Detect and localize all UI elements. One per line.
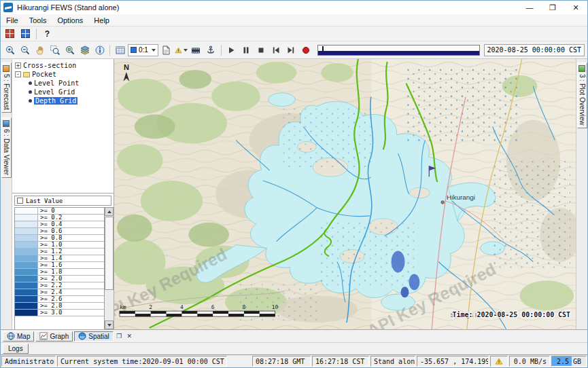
chevron-down-icon	[184, 49, 188, 52]
tree-label: Level Point	[34, 79, 79, 87]
logs-row: Logs	[1, 342, 587, 354]
warnings-dropdown-button[interactable]	[174, 43, 188, 56]
help-button[interactable]: ?	[40, 27, 54, 40]
toolbar-separator	[36, 29, 37, 39]
tree-item-cross-section[interactable]: + Cross-section	[12, 61, 114, 70]
red-grid-button[interactable]	[3, 27, 17, 40]
zoom-in-button[interactable]	[3, 43, 17, 56]
tree-item-level-grid[interactable]: Level Grid	[12, 88, 114, 96]
grid-display-button[interactable]	[113, 43, 127, 56]
legend-value: >= 2.4	[38, 289, 63, 295]
title-bar: Hikurangi FEWS (Stand alone) — ❐ ✕	[1, 1, 587, 14]
tab-map[interactable]: Map	[3, 331, 34, 342]
grid-display-icon	[115, 45, 126, 56]
timeseries-icon	[160, 45, 171, 56]
status-warning	[490, 356, 508, 367]
status-gmt-time: 08:27:18 GMT	[252, 356, 311, 367]
scroll-down-button[interactable]	[105, 320, 114, 329]
chevron-down-icon	[152, 49, 156, 52]
layers-button[interactable]	[77, 43, 92, 56]
legend-value: >= 1.8	[38, 269, 63, 275]
timeline-slider[interactable]	[317, 45, 480, 56]
node-bullet-icon	[29, 99, 32, 103]
info-button[interactable]	[92, 43, 107, 56]
step-back-button[interactable]	[269, 43, 283, 56]
legend-value: >= 2.2	[38, 282, 63, 289]
tab-spatial[interactable]: Spatial	[74, 331, 114, 342]
legend-swatch	[15, 262, 38, 268]
map-graphic: Hikurangi Springs Flat API Key Required …	[114, 59, 576, 329]
scale-tick: 4	[180, 304, 184, 310]
play-button[interactable]	[224, 43, 239, 56]
zoom-region-button[interactable]	[48, 43, 62, 56]
legend-value: >= 1.2	[38, 249, 63, 255]
blue-grid-button[interactable]	[18, 27, 33, 40]
pause-button[interactable]	[239, 43, 254, 56]
tree-item-level-point[interactable]: Level Point	[12, 79, 114, 88]
legend-swatch	[15, 276, 38, 282]
tab-graph[interactable]: Graph	[35, 331, 73, 342]
map-canvas[interactable]: Hikurangi Springs Flat API Key Required …	[114, 59, 576, 329]
stop-button[interactable]	[254, 43, 269, 56]
menu-tools[interactable]: Tools	[24, 14, 52, 26]
menu-options[interactable]: Options	[52, 14, 88, 26]
menu-bar: File Tools Options Help	[1, 14, 587, 26]
warning-icon	[495, 357, 503, 365]
tree-item-pocket[interactable]: - Pocket	[12, 70, 114, 79]
scroll-up-button[interactable]	[105, 207, 114, 216]
menu-file[interactable]: File	[1, 14, 24, 26]
toolbar-separator	[109, 45, 110, 56]
zoom-extent-button[interactable]	[63, 43, 77, 56]
record-button[interactable]	[299, 43, 313, 56]
triangle-up-icon	[107, 210, 111, 213]
pause-icon	[241, 45, 252, 56]
play-icon	[226, 45, 237, 56]
zoom-in-icon	[5, 45, 16, 56]
layer-select-dropdown[interactable]: 0:1	[128, 44, 158, 56]
menu-help[interactable]: Help	[88, 14, 115, 26]
step-back-icon	[271, 45, 281, 56]
scroll-thumb[interactable]	[105, 217, 114, 290]
close-button[interactable]: ✕	[564, 1, 587, 14]
layer-tree: + Cross-section - Pocket Level Point Lev…	[12, 59, 114, 194]
town-dot-icon	[441, 201, 444, 204]
animation-button[interactable]	[189, 43, 203, 56]
scroll-track[interactable]	[105, 216, 114, 320]
panel-restore-button[interactable]: ❐	[115, 332, 124, 341]
zoom-out-button[interactable]	[18, 43, 32, 56]
legend-swatch	[15, 235, 38, 241]
step-forward-button[interactable]	[284, 43, 298, 56]
window-title: Hikurangi FEWS (Stand alone)	[17, 3, 119, 12]
panel-close-button[interactable]: ✕	[125, 332, 134, 341]
tab-plot-overview[interactable]: 3 : Plot Overview	[577, 62, 587, 128]
maximize-button[interactable]: ❐	[541, 1, 564, 14]
pan-button[interactable]	[33, 43, 47, 56]
last-value-checkbox[interactable]	[17, 198, 23, 204]
collapse-icon[interactable]: -	[15, 71, 21, 77]
legend-swatch	[15, 228, 38, 234]
status-user: Administrator	[1, 356, 56, 367]
step-forward-icon	[286, 45, 296, 56]
legend-swatch	[15, 282, 38, 289]
tab-forecast[interactable]: 5 : Forecast	[1, 62, 12, 113]
profile-tool-button[interactable]	[204, 43, 218, 56]
status-local-time: 16:27:18 CST	[312, 356, 369, 367]
node-bullet-icon	[29, 81, 32, 85]
spatial-icon	[78, 332, 86, 340]
scale-tick: 8	[242, 304, 245, 310]
minimize-button[interactable]: —	[518, 1, 541, 14]
legend-scrollbar[interactable]	[104, 207, 114, 329]
layer-select-value: 0:1	[139, 46, 148, 54]
legend-value: >= 1.0	[38, 242, 63, 248]
timeline-track	[318, 51, 479, 55]
legend-value: >= 0.4	[38, 221, 63, 227]
north-label: N	[124, 63, 129, 71]
timeseries-button[interactable]	[159, 43, 173, 56]
tree-item-depth-grid[interactable]: Depth Grid	[12, 96, 114, 105]
legend-value: >= 3.0	[38, 310, 63, 316]
datetime-display[interactable]: 2020-08-25 00:00:00 CST	[484, 44, 585, 56]
zoom-extent-icon	[65, 45, 75, 56]
logs-button[interactable]: Logs	[3, 344, 29, 354]
tab-data-viewer[interactable]: 6 : Data Viewer	[1, 117, 12, 178]
expand-icon[interactable]: +	[15, 62, 21, 69]
